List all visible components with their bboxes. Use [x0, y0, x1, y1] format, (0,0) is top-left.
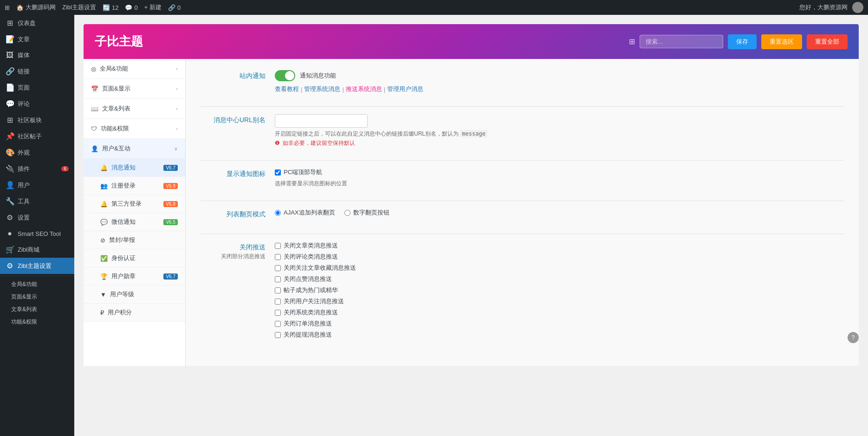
sidebar-item-links[interactable]: 🔗 链接: [0, 63, 74, 79]
site-notify-toggle[interactable]: [275, 70, 295, 81]
help-icon[interactable]: ?: [848, 332, 859, 343]
sidebar-sub-global[interactable]: 全局&功能: [0, 278, 74, 291]
left-panel-sub-ban[interactable]: ⊘ 禁封/举报: [84, 231, 185, 249]
sidebar-sub-article[interactable]: 文章&列表: [0, 303, 74, 316]
left-panel-sub-identity[interactable]: ✅ 身份认证: [84, 249, 185, 267]
push-system-msg-link[interactable]: 推送系统消息: [346, 85, 382, 93]
sidebar-item-zibl-shop[interactable]: 🛒 Zibl商城: [0, 241, 74, 258]
sidebar-item-settings[interactable]: ⚙ 设置: [0, 209, 74, 226]
admin-bar-comments[interactable]: 💬 0: [125, 4, 137, 11]
left-panel-sub-level[interactable]: ▼ 用户等级: [84, 286, 185, 304]
sidebar-item-media[interactable]: 🖼 媒体: [0, 47, 74, 63]
user-icon: 👤: [91, 145, 98, 152]
avatar[interactable]: [852, 2, 863, 13]
close-hot-label: 帖子成为热门或精华: [284, 286, 338, 294]
close-system-checkbox[interactable]: [275, 310, 281, 316]
close-like-checkbox[interactable]: [275, 276, 281, 282]
pagination-radio-row: AJAX追加列表翻页 数字翻页按钮: [275, 208, 844, 217]
left-panel-item-left: 🛡 功能&权限: [91, 124, 129, 133]
left-panel-item-left: 👤 用户&互动: [91, 144, 130, 153]
admin-bar-links[interactable]: 🔗 0: [168, 4, 181, 11]
left-panel-sub-register[interactable]: 👥 注册登录 V6.8: [84, 177, 185, 195]
updates-icon: 🔄: [103, 4, 110, 11]
sidebar-item-dashboard[interactable]: ⊞ 仪表盘: [0, 15, 74, 31]
sidebar-item-plugins[interactable]: 🔌 插件 6: [0, 161, 74, 177]
left-panel-func[interactable]: 🛡 功能&权限 ›: [84, 119, 185, 139]
sidebar-sub-page[interactable]: 页面&显示: [0, 291, 74, 303]
wp-logo-icon[interactable]: ⊞: [5, 4, 10, 11]
sidebar-item-zibl-settings[interactable]: ⚙ Zibl主题设置: [0, 258, 74, 274]
close-hot-checkbox[interactable]: [275, 287, 281, 293]
close-collect-checkbox[interactable]: [275, 265, 281, 271]
checkbox-close-collect: 关闭关注文章收藏消息推送: [275, 264, 844, 272]
close-follow-checkbox[interactable]: [275, 299, 281, 305]
save-button[interactable]: 保存: [728, 34, 757, 49]
sidebar-item-smart-seo[interactable]: ● Smart SEO Tool: [0, 226, 74, 241]
sidebar-item-community-blocks[interactable]: ⊞ 社区板块: [0, 112, 74, 128]
left-panel-global[interactable]: ◎ 全局&功能 ›: [84, 59, 185, 79]
divider: [201, 234, 844, 234]
radio-number-input[interactable]: [344, 210, 350, 216]
sidebar-item-label: 社区板块: [18, 116, 42, 124]
theme-settings-link[interactable]: Zibl主题设置: [62, 3, 96, 12]
sidebar-item-tools[interactable]: 🔧 工具: [0, 193, 74, 209]
content-wrapper: ◎ 全局&功能 › 📅 页面&显示 › 📖 文章&列表 ›: [84, 59, 859, 366]
admin-bar-new[interactable]: + 新建: [144, 3, 162, 12]
admin-bar-theme[interactable]: Zibl主题设置: [62, 3, 96, 12]
sub-item-label: 用户勋章: [111, 272, 136, 280]
checkbox-row-pc-nav: PC端顶部导航: [275, 168, 844, 176]
settings-content-close-notify: 关闭文章类消息推送 关闭评论类消息推送 关闭关注文章收藏消息推送 关闭点赞消息推…: [275, 241, 844, 342]
sidebar-sub-label: 文章&列表: [11, 306, 37, 312]
sidebar-item-label: 社区帖子: [18, 132, 42, 141]
comments-icon: 💬: [125, 4, 132, 11]
left-panel-sub-third-login[interactable]: 🔔 第三方登录 V6.8: [84, 195, 185, 213]
radio-number[interactable]: 数字翻页按钮: [344, 208, 389, 217]
sidebar-item-users[interactable]: 👤 用户: [0, 177, 74, 193]
left-panel-page[interactable]: 📅 页面&显示 ›: [84, 79, 185, 99]
sidebar-item-comments[interactable]: 💬 评论: [0, 96, 74, 112]
community-blocks-icon: ⊞: [6, 116, 14, 124]
separator: |: [342, 86, 343, 93]
left-panel-sub-points[interactable]: ₽ 用户积分: [84, 304, 185, 322]
close-article-checkbox[interactable]: [275, 243, 281, 249]
close-capture-checkbox[interactable]: [275, 332, 281, 338]
tutorial-link[interactable]: 查看教程: [275, 85, 299, 93]
sidebar-item-pages[interactable]: 📄 页面: [0, 79, 74, 96]
grid-icon[interactable]: ⊞: [629, 37, 635, 46]
reset-selection-button[interactable]: 重置选区: [761, 34, 802, 49]
message-url-input[interactable]: [275, 114, 368, 128]
radio-ajax[interactable]: AJAX追加列表翻页: [275, 208, 335, 217]
close-collect-label: 关闭关注文章收藏消息推送: [284, 264, 356, 272]
medal-icon: 🏆: [100, 273, 108, 280]
chevron-down-icon: ∨: [174, 146, 178, 152]
close-order-checkbox[interactable]: [275, 321, 281, 327]
manage-system-msg-link[interactable]: 管理系统消息: [304, 85, 340, 93]
settings-label-message-url: 消息中心URL别名: [201, 114, 275, 124]
new-label[interactable]: + 新建: [144, 3, 162, 12]
left-panel-article[interactable]: 📖 文章&列表 ›: [84, 99, 185, 119]
sidebar-sub-label: 页面&显示: [11, 293, 37, 300]
sidebar-item-community-posts[interactable]: 📌 社区帖子: [0, 128, 74, 144]
sub-item-left: 🔔 第三方登录: [100, 200, 142, 208]
pc-nav-checkbox[interactable]: [275, 169, 281, 176]
sidebar-item-posts[interactable]: 📝 文章: [0, 31, 74, 47]
close-comment-checkbox[interactable]: [275, 254, 281, 260]
sub-item-label: 身份认证: [111, 254, 136, 262]
left-panel-sub-wechat[interactable]: 💬 微信通知 V6.5: [84, 213, 185, 231]
left-panel-sub-medal[interactable]: 🏆 用户勋章 V6.7: [84, 267, 185, 286]
manage-user-msg-link[interactable]: 管理用户消息: [387, 85, 423, 93]
left-panel-user[interactable]: 👤 用户&互动 ∨: [84, 139, 185, 159]
admin-bar-updates[interactable]: 🔄 12: [103, 4, 118, 11]
sidebar-item-appearance[interactable]: 🎨 外观: [0, 144, 74, 161]
radio-ajax-input[interactable]: [275, 210, 281, 216]
left-panel-sub-message[interactable]: 🔔 消息通知 V6.7: [84, 159, 185, 177]
sidebar-sub-func[interactable]: 功能&权限: [0, 316, 74, 328]
chevron-right-icon: ›: [176, 106, 178, 111]
search-input[interactable]: [640, 35, 723, 48]
close-system-label: 关闭系统类消息推送: [284, 308, 338, 317]
reset-all-button[interactable]: 重置全部: [807, 34, 848, 49]
chevron-right-icon: ›: [176, 66, 178, 72]
site-name[interactable]: 大鹏源码网: [26, 3, 56, 12]
admin-bar-site[interactable]: 🏠 大鹏源码网: [16, 3, 56, 12]
sidebar-item-label: 设置: [18, 214, 30, 222]
